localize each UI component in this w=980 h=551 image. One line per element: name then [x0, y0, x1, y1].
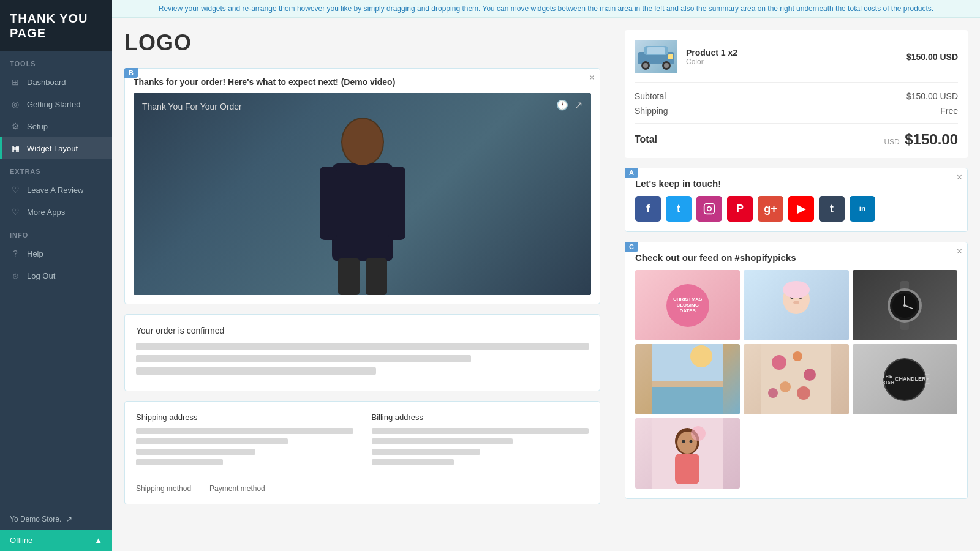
store-name: Yo Demo Store.: [10, 515, 61, 523]
feed-widget-close-button[interactable]: ×: [957, 246, 962, 257]
svg-point-39: [804, 369, 816, 381]
sidebar-item-dashboard[interactable]: ⊞ Dashboard: [0, 71, 112, 93]
twitter-button[interactable]: t: [666, 196, 692, 222]
sidebar-item-leave-review[interactable]: ♡ Leave A Review: [0, 179, 112, 201]
sidebar-info-section: Info ? Help ⎋ Log Out: [0, 223, 112, 287]
sidebar-item-more-apps[interactable]: ♡ More Apps: [0, 201, 112, 223]
watch-svg: [883, 278, 926, 333]
svg-point-47: [690, 440, 693, 443]
social-title: Let's keep in touch!: [635, 178, 957, 189]
svg-point-46: [682, 440, 685, 443]
feed-item-beach[interactable]: [635, 344, 740, 414]
feed-item-chandler[interactable]: THE IRISH CHANDLER — ✦ —: [853, 344, 957, 414]
svg-rect-5: [366, 258, 387, 295]
feed-item-christmas[interactable]: CHRISTMAS CLOSING DATES: [635, 270, 740, 340]
order-line-2: [136, 355, 471, 362]
sidebar-item-logout[interactable]: ⎋ Log Out: [0, 264, 112, 287]
svg-rect-1: [332, 163, 393, 261]
svg-point-40: [780, 381, 791, 392]
order-line-3: [136, 367, 376, 375]
offline-chevron-icon: ▲: [94, 536, 102, 545]
top-bar-message: Review your widgets and re-arrange them …: [112, 0, 980, 18]
social-icons-row: f t P g+ ▶ t in: [635, 196, 957, 222]
order-line-1: [136, 343, 589, 350]
ship-line-2: [136, 438, 288, 444]
svg-rect-2: [320, 167, 337, 240]
logout-icon: ⎋: [10, 270, 21, 281]
more-apps-icon: ♡: [10, 206, 21, 217]
ship-line-1: [136, 428, 353, 434]
baby-svg: [772, 281, 821, 330]
offline-label: Offline: [10, 536, 32, 545]
svg-point-37: [772, 355, 786, 370]
instagram-button[interactable]: [696, 196, 722, 222]
offline-bar[interactable]: Offline ▲: [0, 530, 112, 551]
tumblr-button[interactable]: t: [819, 196, 845, 222]
total-currency: USD: [884, 138, 899, 146]
youtube-button[interactable]: ▶: [788, 196, 814, 222]
right-panel: Product 1 x2 Color $150.00 USD Subtotal …: [612, 18, 980, 551]
sidebar-item-setup[interactable]: ⚙ Setup: [0, 115, 112, 137]
svg-point-10: [643, 63, 648, 68]
beach-svg: [652, 344, 723, 414]
svg-point-42: [768, 388, 778, 398]
sidebar-tools-section: Tools ⊞ Dashboard ◎ Getting Started ⚙ Se…: [0, 51, 112, 159]
product-info: Product 1 x2 Color: [686, 48, 898, 66]
address-widget-content: Shipping address Billing address: [125, 402, 600, 504]
tools-label: Tools: [0, 51, 112, 71]
svg-point-6: [342, 119, 383, 165]
video-person-silhouette: [301, 111, 424, 295]
linkedin-button[interactable]: in: [850, 196, 875, 222]
google-plus-button[interactable]: g+: [758, 196, 783, 222]
svg-rect-14: [668, 54, 673, 59]
widget-address: Shipping address Billing address: [124, 401, 600, 504]
sidebar-item-help[interactable]: ? Help: [0, 242, 112, 264]
svg-rect-13: [647, 47, 665, 54]
video-clock-icon: 🕐: [556, 99, 568, 111]
sidebar-logo: THANK YOU PAGE: [0, 0, 112, 51]
feed-item-floral[interactable]: [744, 344, 848, 414]
svg-rect-48: [675, 454, 699, 484]
product-image: [635, 40, 677, 73]
feed-title: Check out our feed on #shopifypicks: [635, 252, 957, 263]
feed-widget: C × Check out our feed on #shopifypicks …: [625, 242, 968, 499]
bill-line-3: [372, 449, 480, 455]
svg-rect-3: [388, 167, 405, 240]
shipping-address-label: Shipping address: [136, 413, 353, 422]
widget-b-close-button[interactable]: ×: [589, 72, 595, 83]
billing-address-col: Billing address: [372, 413, 589, 470]
shipping-row: Shipping Free: [635, 106, 958, 116]
widget-b-video: B × Thanks for your order! Here's what t…: [124, 68, 600, 304]
sidebar-item-getting-started[interactable]: ◎ Getting Started: [0, 93, 112, 115]
order-widget-content: Your order is confirmed: [125, 315, 600, 391]
app-title: THANK YOU PAGE: [10, 11, 102, 40]
video-share-icon: ↗: [575, 99, 582, 111]
video-overlay-label: Thank You For Your Order: [142, 102, 242, 111]
ship-line-4: [136, 459, 223, 465]
order-summary: Product 1 x2 Color $150.00 USD Subtotal …: [625, 30, 968, 158]
svg-point-12: [664, 63, 669, 68]
video-controls: 🕐 ↗: [556, 99, 582, 111]
payment-method-label: Payment method: [209, 484, 265, 493]
order-confirmed-title: Your order is confirmed: [136, 326, 589, 335]
total-label: Total: [635, 134, 657, 145]
feed-item-girl[interactable]: [635, 418, 740, 489]
pinterest-button[interactable]: P: [727, 196, 753, 222]
floral-svg: [761, 344, 831, 414]
svg-point-49: [691, 426, 706, 441]
car-svg: [635, 40, 677, 73]
subtotal-value: $150.00 USD: [907, 91, 958, 101]
getting-started-icon: ◎: [10, 99, 21, 110]
sidebar-item-widget-layout[interactable]: ▦ Widget Layout: [0, 137, 112, 159]
social-widget: A × Let's keep in touch! f t P g+: [625, 168, 968, 232]
video-overlay[interactable]: Thank You For Your Order 🕐 ↗: [134, 93, 591, 295]
social-widget-close-button[interactable]: ×: [957, 172, 962, 183]
content-area: LOGO B × Thanks for your order! Here's w…: [112, 18, 980, 551]
svg-rect-4: [338, 258, 360, 295]
feed-item-baby[interactable]: [744, 270, 848, 340]
feed-item-watch[interactable]: [853, 270, 957, 340]
bill-line-1: [372, 428, 589, 434]
facebook-button[interactable]: f: [635, 196, 661, 222]
store-link[interactable]: Yo Demo Store. ↗: [0, 509, 112, 530]
svg-point-22: [793, 301, 799, 304]
